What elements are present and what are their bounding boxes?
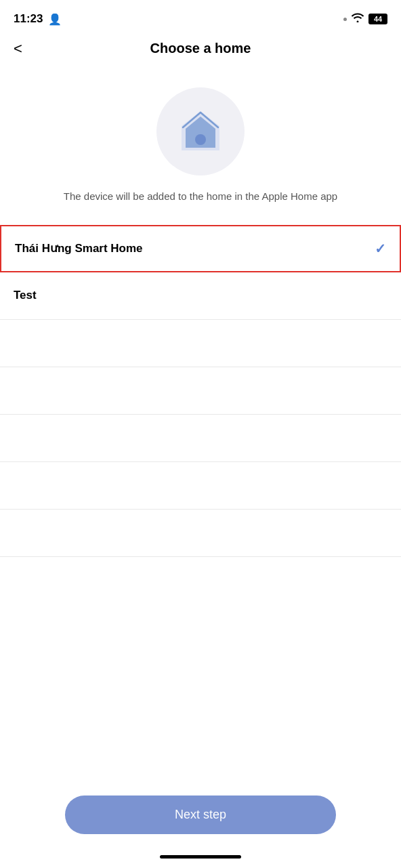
bottom-area: Next step [0, 795, 401, 834]
status-time: 11:23 [14, 12, 43, 26]
svg-point-0 [195, 134, 206, 145]
person-icon: 👤 [48, 13, 62, 26]
status-right: 44 [343, 13, 387, 25]
home-item-name-1: Thái Hưng Smart Home [15, 241, 143, 255]
home-item-4 [0, 367, 401, 415]
check-icon-1: ✓ [375, 241, 386, 257]
home-item-6 [0, 462, 401, 510]
battery-indicator: 44 [368, 14, 387, 24]
page-title: Choose a home [150, 41, 251, 56]
status-left: 11:23 👤 [14, 12, 62, 26]
back-button[interactable]: < [14, 40, 22, 58]
home-item-1[interactable]: Thái Hưng Smart Home ✓ [0, 225, 401, 272]
home-list: Thái Hưng Smart Home ✓ Test [0, 225, 401, 557]
home-item-5 [0, 415, 401, 462]
home-item-2[interactable]: Test [0, 272, 401, 320]
home-indicator [160, 855, 241, 859]
home-item-name-2: Test [14, 289, 37, 302]
next-step-button[interactable]: Next step [65, 795, 336, 834]
subtitle-text: The device will be added to the home in … [0, 189, 401, 225]
header: < Choose a home [0, 34, 401, 67]
house-circle-bg [156, 87, 245, 175]
house-icon [173, 104, 228, 159]
home-item-7 [0, 510, 401, 557]
status-bar: 11:23 👤 44 [0, 0, 401, 34]
home-item-3 [0, 320, 401, 367]
signal-dot [343, 18, 347, 21]
illustration-area [0, 67, 401, 189]
wifi-icon [351, 13, 364, 25]
